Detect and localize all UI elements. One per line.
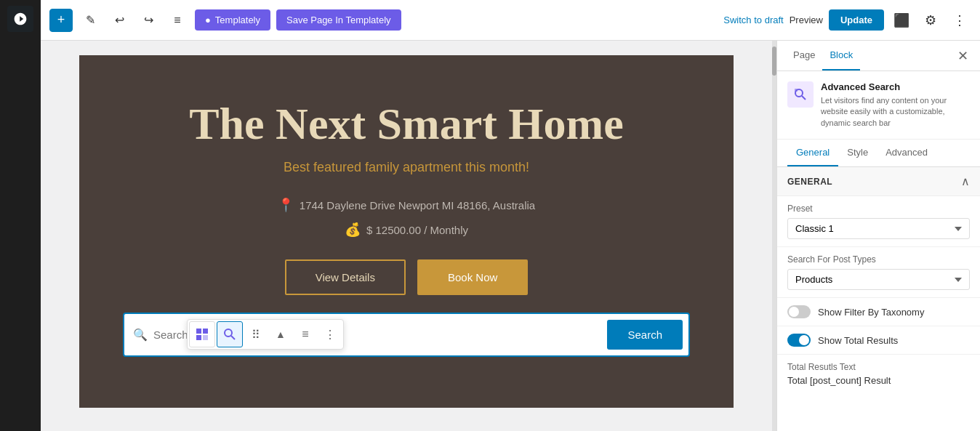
total-results-toggle[interactable] — [787, 334, 811, 347]
svg-line-5 — [231, 336, 235, 339]
list-view-button[interactable]: ≡ — [166, 9, 189, 32]
filter-taxonomy-toggle[interactable] — [787, 305, 811, 318]
section-title: General — [787, 177, 832, 187]
more-menu-button[interactable]: ⋮ — [948, 9, 971, 32]
post-types-select[interactable]: Products Posts Pages — [787, 269, 970, 290]
panel-close-button[interactable]: ✕ — [955, 45, 971, 67]
settings-panel-button[interactable]: ⬛ — [890, 9, 913, 32]
hero-address: 📍 1744 Daylene Drive Newport MI 48166, A… — [108, 197, 704, 213]
svg-line-7 — [802, 96, 806, 100]
preset-label: Preset — [787, 204, 970, 214]
page-content: The Next Smart Home Best featured family… — [79, 55, 734, 408]
add-block-button[interactable]: + — [49, 9, 73, 32]
main-area: The Next Smart Home Best featured family… — [41, 41, 980, 431]
total-results-text-label: Total Resutls Text — [787, 362, 970, 372]
svg-rect-2 — [196, 335, 201, 340]
svg-rect-3 — [203, 335, 208, 340]
book-now-button[interactable]: Book Now — [417, 259, 528, 295]
svg-rect-0 — [196, 329, 201, 334]
block-selected-button[interactable] — [217, 321, 243, 347]
total-results-label: Show Total Results — [818, 335, 898, 346]
search-button[interactable]: Search — [607, 320, 683, 350]
block-options-button[interactable]: ⋮ — [318, 323, 342, 346]
block-move-up-button[interactable]: ▲ — [269, 323, 292, 346]
filter-taxonomy-label: Show Filter By Taxonomy — [818, 307, 924, 318]
block-search-icon — [222, 327, 237, 342]
undo-button[interactable]: ↩ — [108, 9, 131, 32]
filter-taxonomy-row: Show Filter By Taxonomy — [777, 298, 980, 326]
svg-rect-1 — [203, 329, 208, 334]
post-types-field: Search For Post Types Products Posts Pag… — [777, 247, 980, 298]
wp-logo[interactable] — [7, 6, 33, 32]
save-page-button[interactable]: Save Page In Templately — [276, 9, 401, 31]
preset-field: Preset Classic 1 Classic 2 Modern 1 Mode… — [777, 196, 980, 247]
templately-button[interactable]: ● Templately — [195, 9, 270, 31]
view-details-button[interactable]: View Details — [285, 259, 406, 295]
total-results-text-field: Total Resutls Text Total [post_count] Re… — [777, 355, 980, 389]
search-icon: 🔍 — [133, 328, 148, 342]
hero-buttons: View Details Book Now — [108, 259, 704, 295]
block-type-button[interactable] — [189, 321, 215, 347]
total-results-row: Show Total Results — [777, 326, 980, 355]
block-type-icon — [195, 327, 209, 342]
hero-title: The Next Smart Home — [108, 99, 704, 148]
post-types-label: Search For Post Types — [787, 254, 970, 265]
canvas: The Next Smart Home Best featured family… — [41, 41, 772, 431]
block-info-text: Advanced Search Let visitors find any co… — [821, 81, 970, 129]
sub-tabs: General Style Advanced — [777, 140, 980, 167]
redo-button[interactable]: ↪ — [137, 9, 160, 32]
block-logo-icon — [793, 87, 808, 102]
svg-point-4 — [225, 329, 232, 337]
block-desc: Let visitors find any content on your we… — [821, 95, 970, 129]
sub-tab-style[interactable]: Style — [838, 140, 877, 166]
wp-sidebar — [0, 0, 41, 431]
block-title: Advanced Search — [821, 81, 970, 92]
tab-block[interactable]: Block — [822, 41, 860, 71]
section-collapse-button[interactable]: ∧ — [961, 174, 970, 188]
block-drag-button[interactable]: ⠿ — [244, 323, 268, 346]
price-icon: 💰 — [345, 222, 361, 238]
hero-subtitle: Best featured family apartment this mont… — [108, 160, 704, 175]
preset-select[interactable]: Classic 1 Classic 2 Modern 1 Modern 2 — [787, 218, 970, 239]
top-toolbar: + ✎ ↩ ↪ ≡ ● Templately Save Page In Temp… — [41, 0, 980, 41]
section-header: General ∧ — [777, 167, 980, 196]
edit-mode-button[interactable]: ✎ — [79, 9, 102, 32]
editor-wrap: + ✎ ↩ ↪ ≡ ● Templately Save Page In Temp… — [41, 0, 980, 431]
block-align-button[interactable]: ≡ — [294, 323, 317, 346]
templately-icon: ● — [205, 15, 211, 25]
tab-page[interactable]: Page — [786, 41, 822, 71]
user-menu-button[interactable]: ⚙ — [919, 9, 942, 32]
settings-section: General ∧ Preset Classic 1 Classic 2 Mod… — [777, 167, 980, 389]
advanced-search-block-icon — [787, 81, 814, 108]
preview-button[interactable]: Preview — [790, 15, 823, 25]
sub-tab-advanced[interactable]: Advanced — [877, 140, 936, 166]
wordpress-icon — [13, 12, 28, 26]
svg-rect-8 — [795, 89, 798, 92]
update-button[interactable]: Update — [829, 9, 884, 31]
right-panel: Page Block ✕ Advanced Search Let visitor… — [776, 41, 980, 431]
toolbar-right: Switch to draft Preview Update ⬛ ⚙ ⋮ — [723, 9, 971, 32]
block-toolbar: ⠿ ▲ ≡ ⋮ — [187, 319, 344, 350]
panel-tabs: Page Block ✕ — [777, 41, 980, 71]
total-results-text-value: Total [post_count] Result — [787, 375, 970, 386]
hero-price: 💰 $ 12500.00 / Monthly — [108, 222, 704, 238]
sub-tab-general[interactable]: General — [787, 140, 838, 166]
block-info: Advanced Search Let visitors find any co… — [777, 71, 980, 140]
hero-section: The Next Smart Home Best featured family… — [79, 55, 734, 408]
switch-to-draft-button[interactable]: Switch to draft — [723, 15, 783, 25]
location-icon: 📍 — [278, 197, 294, 213]
